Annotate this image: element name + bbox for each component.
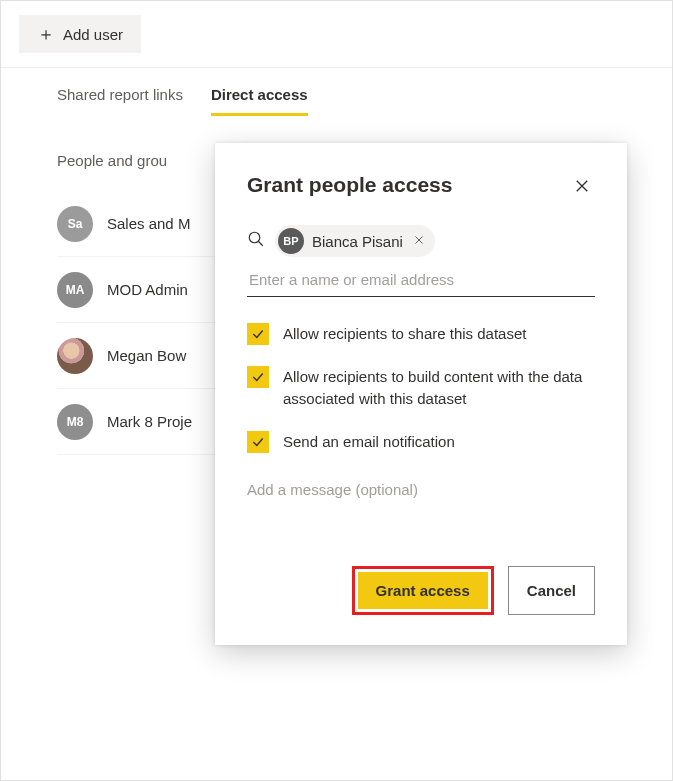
chip-avatar: BP <box>278 228 304 254</box>
dialog-title: Grant people access <box>247 173 452 197</box>
add-user-button[interactable]: ＋ Add user <box>19 15 141 53</box>
checkbox-label: Allow recipients to share this dataset <box>283 323 526 346</box>
person-name: Megan Bow <box>107 347 186 364</box>
avatar <box>57 338 93 374</box>
checkbox-email[interactable] <box>247 431 269 453</box>
svg-point-0 <box>249 233 260 244</box>
name-email-input[interactable] <box>247 263 595 297</box>
person-name: Sales and M <box>107 215 190 232</box>
grant-access-dialog: Grant people access BP Bianca Pisani All… <box>215 143 627 645</box>
checkbox-share[interactable] <box>247 323 269 345</box>
check-icon <box>251 370 265 384</box>
avatar: MA <box>57 272 93 308</box>
highlight-annotation: Grant access <box>352 566 494 615</box>
checkbox-label: Allow recipients to build content with t… <box>283 366 595 411</box>
avatar: M8 <box>57 404 93 440</box>
cancel-button[interactable]: Cancel <box>508 566 595 615</box>
avatar: Sa <box>57 206 93 242</box>
plus-icon: ＋ <box>37 25 55 43</box>
tabs: Shared report links Direct access <box>1 68 672 116</box>
close-icon <box>413 234 425 246</box>
checkbox-build[interactable] <box>247 366 269 388</box>
tab-direct-access[interactable]: Direct access <box>211 86 308 116</box>
close-icon <box>573 177 591 195</box>
check-icon <box>251 327 265 341</box>
add-user-label: Add user <box>63 26 123 43</box>
message-input[interactable]: Add a message (optional) <box>247 473 595 506</box>
grant-access-button[interactable]: Grant access <box>358 572 488 609</box>
close-button[interactable] <box>569 173 595 201</box>
tab-shared-links[interactable]: Shared report links <box>57 86 183 116</box>
person-name: MOD Admin <box>107 281 188 298</box>
chip-remove-button[interactable] <box>411 232 427 251</box>
chip-name: Bianca Pisani <box>312 233 403 250</box>
checkbox-label: Send an email notification <box>283 431 455 454</box>
check-icon <box>251 435 265 449</box>
search-icon <box>247 230 265 252</box>
person-chip: BP Bianca Pisani <box>275 225 435 257</box>
person-name: Mark 8 Proje <box>107 413 192 430</box>
header-people: People and grou <box>57 152 167 169</box>
